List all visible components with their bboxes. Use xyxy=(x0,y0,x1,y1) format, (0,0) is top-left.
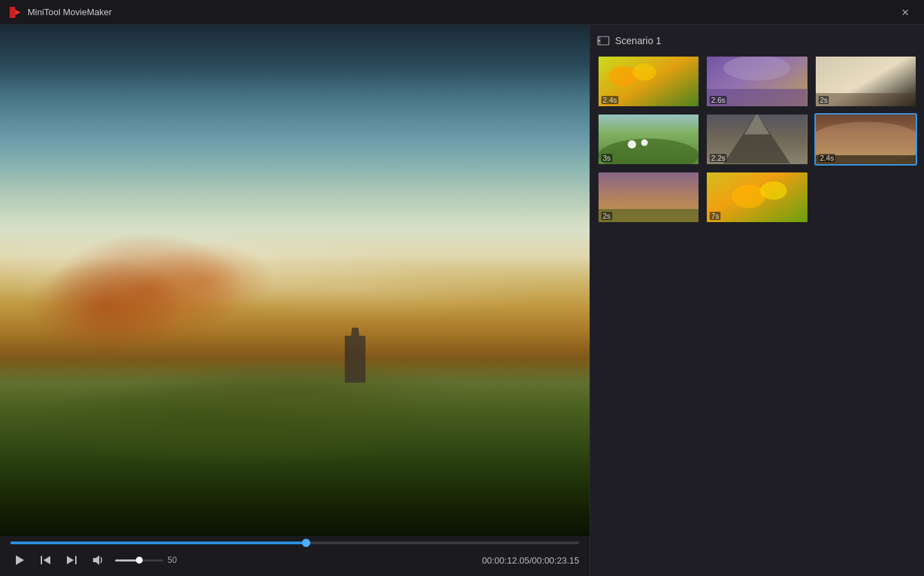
thumb-svg-8 xyxy=(707,172,807,222)
thumb-svg-4 xyxy=(599,115,699,164)
svg-rect-30 xyxy=(599,209,699,222)
svg-marker-6 xyxy=(67,556,74,564)
close-button[interactable]: ✕ xyxy=(895,4,916,21)
svg-point-10 xyxy=(599,40,601,42)
volume-value: 50 xyxy=(168,555,181,565)
main-layout: 50 00:00:12.05/00:00:23.15 Scenario 1 xyxy=(0,25,924,576)
step-forward-button[interactable] xyxy=(63,551,81,569)
svg-point-21 xyxy=(627,140,636,148)
thumb-duration-4: 3s xyxy=(601,154,612,162)
step-forward-icon xyxy=(66,554,78,566)
thumbnail-7[interactable]: 2s xyxy=(597,171,700,224)
thumb-duration-2: 2.6s xyxy=(710,96,727,104)
video-preview xyxy=(0,25,590,536)
thumbnail-5[interactable]: 2.2s xyxy=(705,113,808,166)
thumbnail-8[interactable]: 7s xyxy=(705,171,808,224)
svg-point-22 xyxy=(641,139,648,146)
step-back-icon xyxy=(39,554,52,566)
thumb-image-4 xyxy=(599,115,699,164)
svg-marker-7 xyxy=(93,555,99,565)
svg-point-16 xyxy=(724,57,791,81)
progress-container xyxy=(0,536,590,547)
scenario-header: Scenario 1 xyxy=(597,32,917,55)
thumbnail-4[interactable]: 3s xyxy=(597,113,700,166)
volume-thumb[interactable] xyxy=(136,557,143,564)
svg-point-13 xyxy=(633,64,656,81)
progress-fill xyxy=(10,542,306,544)
play-icon xyxy=(13,554,26,566)
svg-rect-5 xyxy=(75,556,77,564)
thumb-svg-7 xyxy=(599,172,699,222)
left-panel: 50 00:00:12.05/00:00:23.15 xyxy=(0,25,590,576)
thumbnail-3[interactable]: 2s xyxy=(814,55,917,108)
scenario-title: Scenario 1 xyxy=(615,35,661,46)
step-back-button[interactable] xyxy=(37,551,54,569)
svg-rect-3 xyxy=(41,556,42,564)
svg-point-32 xyxy=(732,185,765,208)
thumb-duration-7: 2s xyxy=(601,212,612,220)
progress-track[interactable] xyxy=(10,542,579,544)
thumbnail-6[interactable]: 2.4s xyxy=(814,113,917,166)
video-frame xyxy=(0,25,590,536)
thumbnails-grid: 2.4s 2.6s xyxy=(597,55,917,224)
progress-thumb[interactable] xyxy=(302,539,310,547)
volume-slider[interactable]: 50 xyxy=(115,555,181,565)
right-panel: Scenario 1 2.4s xyxy=(590,25,924,576)
svg-marker-1 xyxy=(10,7,15,18)
volume-button[interactable] xyxy=(89,551,107,569)
thumb-duration-8: 7s xyxy=(710,212,721,220)
thumb-svg-3 xyxy=(816,57,916,106)
thumb-duration-5: 2.2s xyxy=(710,154,727,162)
thumb-image-8 xyxy=(707,172,807,222)
svg-point-33 xyxy=(761,181,787,200)
play-button[interactable] xyxy=(10,551,28,569)
svg-marker-4 xyxy=(43,556,50,564)
app-title: MiniTool MovieMaker xyxy=(28,7,112,17)
svg-marker-2 xyxy=(16,555,24,565)
controls-bar: 50 00:00:12.05/00:00:23.15 xyxy=(0,547,590,576)
thumb-image-3 xyxy=(816,57,916,106)
thumb-duration-1: 2.4s xyxy=(601,96,619,104)
svg-rect-18 xyxy=(816,93,916,106)
volume-track[interactable] xyxy=(115,559,163,562)
window-controls: ✕ xyxy=(895,4,916,21)
thumb-image-7 xyxy=(599,172,699,222)
title-left: MiniTool MovieMaker xyxy=(8,6,112,19)
thumbnail-2[interactable]: 2.6s xyxy=(705,55,808,108)
scenario-icon xyxy=(597,34,610,47)
thumbnail-1[interactable]: 2.4s xyxy=(597,55,700,108)
app-logo xyxy=(8,6,22,19)
time-display: 00:00:12.05/00:00:23.15 xyxy=(482,555,579,566)
thumb-duration-3: 2s xyxy=(818,96,830,104)
title-bar: MiniTool MovieMaker ✕ xyxy=(0,0,924,25)
volume-icon xyxy=(92,554,104,566)
thumb-duration-6: 2.4s xyxy=(818,154,836,162)
